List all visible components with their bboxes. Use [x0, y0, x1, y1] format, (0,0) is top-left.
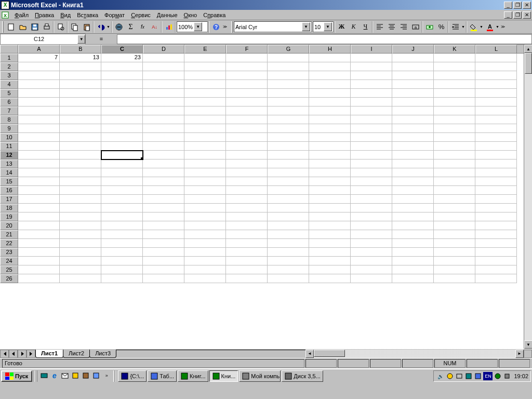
cell-K16[interactable] [434, 186, 475, 195]
cell-D7[interactable] [143, 107, 184, 115]
cell-K15[interactable] [434, 177, 475, 186]
cell-J26[interactable] [392, 274, 434, 283]
cell-A21[interactable] [18, 230, 60, 239]
row-header-2[interactable]: 2 [0, 62, 18, 71]
cell-G2[interactable] [268, 62, 309, 71]
cell-H5[interactable] [309, 89, 351, 98]
cell-I25[interactable] [351, 265, 392, 274]
undo-button[interactable] [95, 21, 107, 33]
tab-next-button[interactable] [18, 350, 26, 358]
cell-F11[interactable] [226, 142, 268, 151]
sheet-tab-Лист3[interactable]: Лист3 [89, 350, 116, 358]
cell-J13[interactable] [392, 159, 434, 168]
cell-E3[interactable] [184, 71, 226, 80]
cell-H23[interactable] [309, 248, 351, 257]
cell-E9[interactable] [184, 124, 226, 133]
cell-L23[interactable] [475, 248, 517, 257]
sort-button[interactable]: А↓ [149, 21, 161, 33]
cell-F3[interactable] [226, 71, 268, 80]
cell-K20[interactable] [434, 221, 475, 230]
cell-G4[interactable] [268, 80, 309, 89]
cell-F22[interactable] [226, 239, 268, 248]
row-header-19[interactable]: 19 [0, 212, 18, 221]
cell-A9[interactable] [18, 124, 60, 133]
cell-D12[interactable] [143, 151, 184, 159]
cell-D16[interactable] [143, 186, 184, 195]
cell-F12[interactable] [226, 151, 268, 159]
cell-H20[interactable] [309, 221, 351, 230]
cell-D20[interactable] [143, 221, 184, 230]
cell-C15[interactable] [101, 177, 143, 186]
row-header-5[interactable]: 5 [0, 89, 18, 98]
cell-F5[interactable] [226, 89, 268, 98]
cell-D21[interactable] [143, 230, 184, 239]
cell-C21[interactable] [101, 230, 143, 239]
function-button[interactable]: fx [137, 21, 149, 33]
cell-B19[interactable] [60, 212, 101, 221]
cell-B12[interactable] [60, 151, 101, 159]
cell-G19[interactable] [268, 212, 309, 221]
cell-G15[interactable] [268, 177, 309, 186]
new-button[interactable] [5, 21, 17, 33]
cell-K3[interactable] [434, 71, 475, 80]
cell-J11[interactable] [392, 142, 434, 151]
cell-I13[interactable] [351, 159, 392, 168]
cell-I24[interactable] [351, 257, 392, 265]
cell-A14[interactable] [18, 168, 60, 177]
cell-F24[interactable] [226, 257, 268, 265]
font-color-button[interactable]: A [484, 21, 496, 33]
cell-E12[interactable] [184, 151, 226, 159]
cell-A15[interactable] [18, 177, 60, 186]
cell-K4[interactable] [434, 80, 475, 89]
cell-I18[interactable] [351, 204, 392, 212]
cell-D8[interactable] [143, 115, 184, 124]
cell-A10[interactable] [18, 133, 60, 142]
cell-J20[interactable] [392, 221, 434, 230]
row-header-12[interactable]: 12 [0, 151, 18, 159]
cell-K25[interactable] [434, 265, 475, 274]
cell-G11[interactable] [268, 142, 309, 151]
fontsize-combo[interactable]: 10 ▼ [313, 21, 334, 32]
cell-L19[interactable] [475, 212, 517, 221]
cell-F19[interactable] [226, 212, 268, 221]
cell-H16[interactable] [309, 186, 351, 195]
cell-K1[interactable] [434, 54, 475, 62]
cell-E15[interactable] [184, 177, 226, 186]
cell-E24[interactable] [184, 257, 226, 265]
menu-вид[interactable]: Вид [57, 11, 74, 19]
close-button[interactable]: ✕ [523, 2, 531, 9]
row-header-16[interactable]: 16 [0, 186, 18, 195]
doc-minimize-button[interactable]: _ [504, 11, 512, 19]
cell-B22[interactable] [60, 239, 101, 248]
cell-A5[interactable] [18, 89, 60, 98]
menu-справка[interactable]: Справка [200, 11, 229, 19]
align-right-button[interactable] [397, 21, 409, 33]
cell-G14[interactable] [268, 168, 309, 177]
scroll-right-button[interactable]: ► [515, 350, 524, 358]
cell-F8[interactable] [226, 115, 268, 124]
cell-D1[interactable] [143, 54, 184, 62]
row-header-8[interactable]: 8 [0, 115, 18, 124]
indent-button[interactable] [449, 21, 461, 33]
cell-H15[interactable] [309, 177, 351, 186]
cell-I19[interactable] [351, 212, 392, 221]
cell-K21[interactable] [434, 230, 475, 239]
cell-C13[interactable] [101, 159, 143, 168]
cell-H2[interactable] [309, 62, 351, 71]
cell-J22[interactable] [392, 239, 434, 248]
cell-H18[interactable] [309, 204, 351, 212]
cell-H25[interactable] [309, 265, 351, 274]
cell-F20[interactable] [226, 221, 268, 230]
cell-L21[interactable] [475, 230, 517, 239]
select-all-corner[interactable] [0, 45, 18, 54]
col-header-A[interactable]: A [18, 45, 60, 54]
cell-A13[interactable] [18, 159, 60, 168]
cell-B25[interactable] [60, 265, 101, 274]
menu-правка[interactable]: Правка [32, 11, 57, 19]
cell-G3[interactable] [268, 71, 309, 80]
cell-B24[interactable] [60, 257, 101, 265]
cell-J23[interactable] [392, 248, 434, 257]
row-header-14[interactable]: 14 [0, 168, 18, 177]
cell-J25[interactable] [392, 265, 434, 274]
row-header-22[interactable]: 22 [0, 239, 18, 248]
